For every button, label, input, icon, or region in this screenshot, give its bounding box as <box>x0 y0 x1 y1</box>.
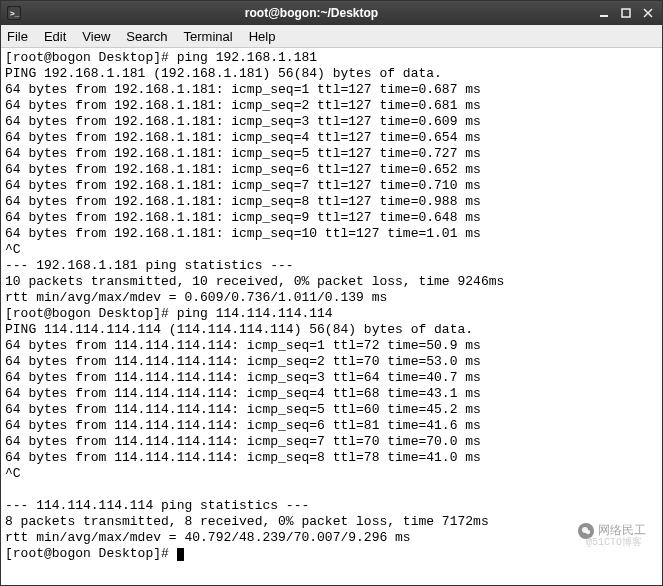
ping2-line: 64 bytes from 114.114.114.114: icmp_seq=… <box>5 386 481 401</box>
menu-terminal[interactable]: Terminal <box>184 29 233 44</box>
prompt: [root@bogon Desktop]# <box>5 546 177 561</box>
ping1-header: PING 192.168.1.181 (192.168.1.181) 56(84… <box>5 66 442 81</box>
ctrl-c: ^C <box>5 466 21 481</box>
ping1-line: 64 bytes from 192.168.1.181: icmp_seq=4 … <box>5 130 481 145</box>
cursor <box>177 548 184 561</box>
watermark-sub: @51CTO博客 <box>586 535 642 551</box>
menu-help[interactable]: Help <box>249 29 276 44</box>
terminal-output[interactable]: [root@bogon Desktop]# ping 192.168.1.181… <box>1 48 662 585</box>
ping2-stats-line: rtt min/avg/max/mdev = 40.792/48.239/70.… <box>5 530 411 545</box>
terminal-icon: >_ <box>7 6 21 20</box>
svg-rect-4 <box>622 9 630 17</box>
ping2-line: 64 bytes from 114.114.114.114: icmp_seq=… <box>5 418 481 433</box>
ctrl-c: ^C <box>5 242 21 257</box>
ping1-line: 64 bytes from 192.168.1.181: icmp_seq=5 … <box>5 146 481 161</box>
ping2-line: 64 bytes from 114.114.114.114: icmp_seq=… <box>5 370 481 385</box>
ping1-stats-line: 10 packets transmitted, 10 received, 0% … <box>5 274 504 289</box>
ping2-line: 64 bytes from 114.114.114.114: icmp_seq=… <box>5 338 481 353</box>
command-2: ping 114.114.114.114 <box>177 306 333 321</box>
ping1-line: 64 bytes from 192.168.1.181: icmp_seq=8 … <box>5 194 481 209</box>
ping2-stats-header: --- 114.114.114.114 ping statistics --- <box>5 498 309 513</box>
ping1-line: 64 bytes from 192.168.1.181: icmp_seq=3 … <box>5 114 481 129</box>
menubar: File Edit View Search Terminal Help <box>1 25 662 48</box>
minimize-button[interactable] <box>596 6 612 20</box>
ping2-line: 64 bytes from 114.114.114.114: icmp_seq=… <box>5 434 481 449</box>
menu-file[interactable]: File <box>7 29 28 44</box>
close-button[interactable] <box>640 6 656 20</box>
ping1-line: 64 bytes from 192.168.1.181: icmp_seq=2 … <box>5 98 481 113</box>
ping1-line: 64 bytes from 192.168.1.181: icmp_seq=6 … <box>5 162 481 177</box>
ping1-stats-line: rtt min/avg/max/mdev = 0.609/0.736/1.011… <box>5 290 387 305</box>
ping2-line: 64 bytes from 114.114.114.114: icmp_seq=… <box>5 450 481 465</box>
titlebar[interactable]: >_ root@bogon:~/Desktop <box>1 1 662 25</box>
menu-search[interactable]: Search <box>126 29 167 44</box>
ping1-line: 64 bytes from 192.168.1.181: icmp_seq=9 … <box>5 210 481 225</box>
prompt: [root@bogon Desktop]# <box>5 50 177 65</box>
terminal-window: >_ root@bogon:~/Desktop File Edit View S… <box>0 0 663 586</box>
prompt: [root@bogon Desktop]# <box>5 306 177 321</box>
svg-rect-3 <box>600 15 608 17</box>
ping1-line: 64 bytes from 192.168.1.181: icmp_seq=10… <box>5 226 481 241</box>
svg-text:>_: >_ <box>10 9 20 18</box>
window-title: root@bogon:~/Desktop <box>27 6 596 20</box>
ping1-line: 64 bytes from 192.168.1.181: icmp_seq=7 … <box>5 178 481 193</box>
menu-edit[interactable]: Edit <box>44 29 66 44</box>
ping2-header: PING 114.114.114.114 (114.114.114.114) 5… <box>5 322 473 337</box>
ping2-stats-line: 8 packets transmitted, 8 received, 0% pa… <box>5 514 489 529</box>
ping2-line: 64 bytes from 114.114.114.114: icmp_seq=… <box>5 354 481 369</box>
command-1: ping 192.168.1.181 <box>177 50 317 65</box>
maximize-button[interactable] <box>618 6 634 20</box>
window-controls <box>596 6 656 20</box>
svg-point-8 <box>586 530 590 534</box>
ping1-stats-header: --- 192.168.1.181 ping statistics --- <box>5 258 294 273</box>
menu-view[interactable]: View <box>82 29 110 44</box>
ping1-line: 64 bytes from 192.168.1.181: icmp_seq=1 … <box>5 82 481 97</box>
ping2-line: 64 bytes from 114.114.114.114: icmp_seq=… <box>5 402 481 417</box>
